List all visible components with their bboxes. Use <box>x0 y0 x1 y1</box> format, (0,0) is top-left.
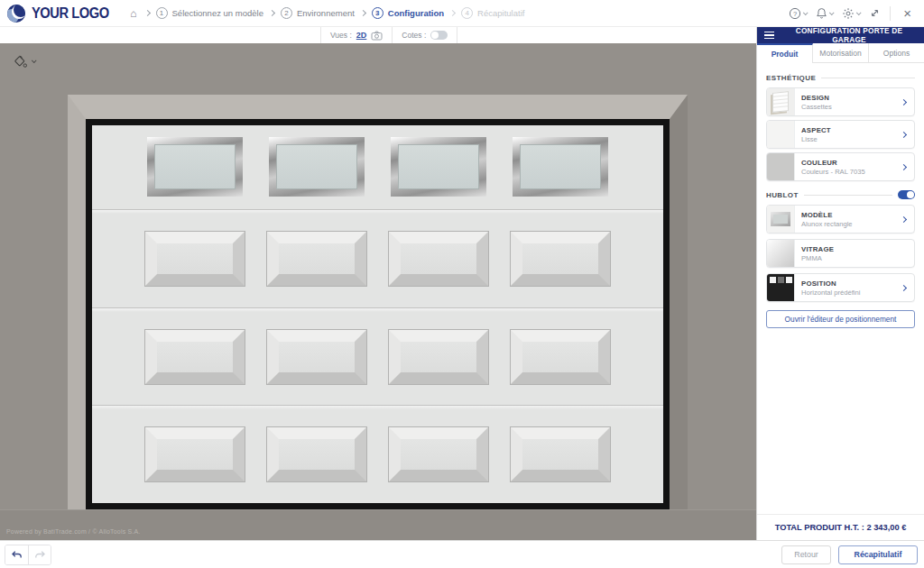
garage-door[interactable] <box>92 125 663 503</box>
card-label: COULEUR <box>801 159 901 167</box>
door-section-cassettes <box>92 405 663 503</box>
cassette-panel <box>266 329 367 385</box>
card-value: Couleurs - RAL 7035 <box>801 168 901 176</box>
recapitulatif-button[interactable]: Récapitulatif <box>838 545 918 564</box>
door-window <box>391 137 486 197</box>
card-value: PMMA <box>801 254 914 262</box>
step-number: 4 <box>461 7 473 19</box>
card-value: Horizontal prédéfini <box>801 289 901 297</box>
cassette-panel <box>266 231 367 287</box>
svg-text:?: ? <box>793 9 797 17</box>
chevron-right-icon <box>901 163 907 169</box>
door-window <box>513 137 608 197</box>
views-cell: Vues : 2D <box>321 27 392 43</box>
door-frame <box>86 119 670 509</box>
sidebar-header: CONFIGURATION PORTE DE GARAGE <box>757 27 924 43</box>
cassette-panel <box>388 329 489 385</box>
card-label: VITRAGE <box>801 245 914 253</box>
breadcrumb: ⌂ 1 Sélectionnez un modèle 2 Environneme… <box>126 7 524 19</box>
notifications-menu[interactable] <box>816 7 833 20</box>
chevron-right-icon <box>360 10 366 16</box>
watermark-text: Powered by BatiTrade.com / © AlloTools S… <box>6 528 141 535</box>
card-modele[interactable]: MODÈLE Alunox rectangle <box>766 205 915 234</box>
breadcrumb-step-environnement[interactable]: 2 Environnement <box>281 7 355 19</box>
card-label: MODÈLE <box>801 211 901 219</box>
cassette-panel <box>144 231 245 287</box>
toolbar-strip: Vues : 2D Cotes : <box>0 27 756 43</box>
card-vitrage[interactable]: VITRAGE PMMA <box>766 239 915 268</box>
home-icon[interactable]: ⌂ <box>130 8 136 19</box>
history-buttons <box>5 545 51 565</box>
vues-label: Vues : <box>330 31 352 40</box>
position-thumbnail <box>767 274 795 301</box>
top-actions: ? × <box>789 5 924 21</box>
modele-thumbnail <box>767 206 795 233</box>
card-position[interactable]: POSITION Horizontal prédéfini <box>766 273 915 302</box>
scene-canvas[interactable]: Powered by BatiTrade.com / © AlloTools S… <box>0 43 756 540</box>
chevron-down-icon <box>32 58 37 63</box>
design-thumbnail <box>767 88 795 115</box>
logo-text: YOUR LOGO <box>32 5 109 22</box>
door-window <box>147 137 243 197</box>
scene-floor <box>0 509 756 540</box>
sidebar-tabs: Produit Motorisation Options <box>757 43 924 63</box>
cotes-cell: Cotes : <box>392 27 457 43</box>
view-2d-link[interactable]: 2D <box>356 31 367 40</box>
help-menu[interactable]: ? <box>789 7 807 20</box>
divider <box>821 78 915 78</box>
cassette-panel <box>388 426 489 482</box>
tab-produit[interactable]: Produit <box>757 43 813 63</box>
step-label: Environnement <box>297 8 355 18</box>
expand-icon <box>869 7 881 19</box>
open-position-editor-button[interactable]: Ouvrir l'éditeur de positionnement <box>766 310 915 328</box>
card-design[interactable]: DESIGN Cassettes <box>766 87 915 116</box>
step-label: Sélectionnez un modèle <box>172 8 263 18</box>
couleur-thumbnail <box>767 153 795 180</box>
app-logo[interactable]: YOUR LOGO <box>0 5 126 23</box>
sidebar-title: CONFIGURATION PORTE DE GARAGE <box>781 26 917 44</box>
divider <box>804 195 892 196</box>
section-label: ESTHÉTIQUE <box>766 74 816 82</box>
breadcrumb-step-recapitulatif: 4 Récapitulatif <box>461 7 524 19</box>
settings-menu[interactable] <box>842 7 860 20</box>
divider <box>890 6 891 21</box>
undo-button[interactable] <box>5 545 28 564</box>
step-label: Récapitulatif <box>477 8 524 18</box>
cotes-toggle[interactable] <box>430 31 448 40</box>
chevron-right-icon <box>901 284 907 290</box>
chevron-right-icon <box>901 98 907 105</box>
section-hublot: HUBLOT <box>766 190 915 199</box>
paint-tool-button[interactable] <box>13 54 35 69</box>
chevron-right-icon <box>449 10 456 16</box>
menu-icon[interactable] <box>764 32 774 40</box>
cassette-panel <box>510 329 611 385</box>
step-number: 1 <box>156 7 168 19</box>
section-label: HUBLOT <box>766 191 799 199</box>
card-label: POSITION <box>801 279 901 288</box>
redo-button[interactable] <box>28 545 51 564</box>
vitrage-thumbnail <box>767 240 795 267</box>
chevron-down-icon <box>829 10 835 15</box>
hublot-toggle[interactable] <box>898 190 915 199</box>
fullscreen-button[interactable] <box>869 7 881 19</box>
breadcrumb-step-configuration[interactable]: 3 Configuration <box>372 7 444 19</box>
help-icon: ? <box>789 7 801 20</box>
cassette-panel <box>388 231 489 287</box>
camera-icon[interactable] <box>371 31 383 41</box>
breadcrumb-step-select-model[interactable]: 1 Sélectionnez un modèle <box>156 7 263 19</box>
chevron-right-icon <box>901 131 907 137</box>
top-bar: YOUR LOGO ⌂ 1 Sélectionnez un modèle 2 E… <box>0 0 924 27</box>
retour-button[interactable]: Retour <box>781 545 831 564</box>
card-label: DESIGN <box>801 94 901 102</box>
card-aspect[interactable]: ASPECT Lisse <box>766 120 915 149</box>
logo-icon <box>7 5 25 23</box>
tab-options[interactable]: Options <box>869 43 924 63</box>
close-icon[interactable]: × <box>900 5 915 21</box>
card-value: Lisse <box>801 135 901 143</box>
cassette-panel <box>510 426 611 482</box>
step-number: 2 <box>281 7 292 19</box>
card-value: Cassettes <box>801 103 901 111</box>
card-couleur[interactable]: COULEUR Couleurs - RAL 7035 <box>766 152 915 181</box>
tab-motorisation[interactable]: Motorisation <box>813 43 869 63</box>
card-label: ASPECT <box>801 126 901 134</box>
